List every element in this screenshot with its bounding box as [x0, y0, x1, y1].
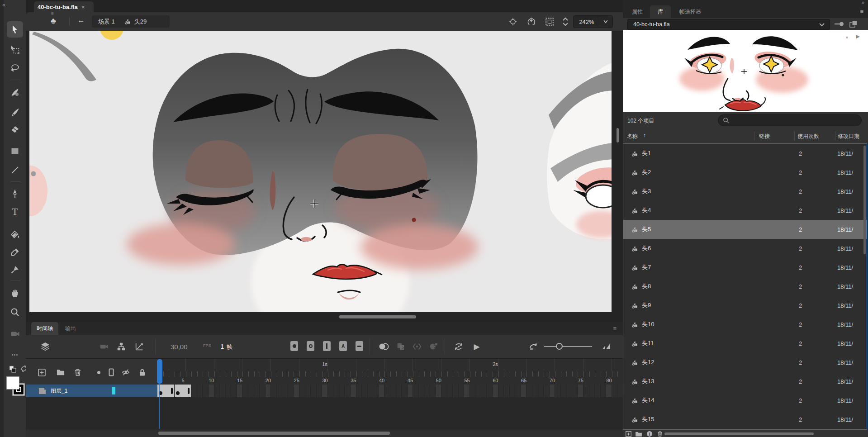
- zoom-level-control[interactable]: 242%: [573, 15, 613, 28]
- canvas-horizontal-scrollbar[interactable]: [339, 315, 416, 318]
- center-stage-icon[interactable]: [506, 15, 520, 28]
- edit-toolbar-button[interactable]: •••: [7, 347, 23, 363]
- hide-layers-toggle[interactable]: [122, 368, 130, 376]
- item-properties-button[interactable]: i: [646, 431, 653, 437]
- delete-layer-button[interactable]: [74, 368, 82, 376]
- fluid-brush-tool[interactable]: [7, 84, 23, 100]
- column-modified[interactable]: 修改日期: [838, 133, 859, 140]
- resize-timeline-view-icon[interactable]: [600, 340, 614, 353]
- column-use-count[interactable]: 使用次数: [797, 133, 819, 140]
- graph-editor-icon[interactable]: [133, 340, 146, 353]
- lock-layers-toggle[interactable]: [138, 368, 146, 376]
- clip-content-icon[interactable]: [543, 15, 556, 28]
- timeline-ruler[interactable]: 1s 2s 5 10 15 20 25 30 35 40 45 50 55 60…: [157, 358, 623, 385]
- auto-keyframe-button[interactable]: A: [339, 341, 347, 351]
- free-transform-tool[interactable]: [7, 42, 23, 58]
- library-row[interactable]: 头13218/11/: [623, 372, 867, 391]
- layers-icon[interactable]: [38, 340, 52, 353]
- play-button[interactable]: ▶: [470, 340, 484, 353]
- library-row[interactable]: 头6218/11/: [623, 239, 867, 258]
- new-library-panel-icon[interactable]: [849, 20, 858, 28]
- onion-skin-button[interactable]: [377, 340, 390, 353]
- rectangle-tool[interactable]: [7, 143, 23, 159]
- playhead-marker[interactable]: [157, 359, 162, 384]
- library-document-select[interactable]: 40-bc-tu-ba.fla: [627, 19, 830, 30]
- classic-brush-tool[interactable]: [7, 104, 23, 120]
- column-linkage[interactable]: 链接: [759, 133, 770, 140]
- timeline-panel-menu-icon[interactable]: ≡: [613, 325, 617, 332]
- tab-properties[interactable]: 属性: [626, 5, 649, 18]
- selection-tool[interactable]: [7, 21, 23, 38]
- paste-frames-icon[interactable]: [394, 340, 408, 353]
- layer-parenting-icon[interactable]: [114, 340, 128, 353]
- insert-frame-button[interactable]: [323, 341, 331, 351]
- library-row[interactable]: 头14218/11/: [623, 391, 867, 410]
- scene-clubs-icon[interactable]: ♣: [51, 16, 56, 26]
- canvas-vertical-scrollbar[interactable]: [617, 128, 619, 142]
- library-row[interactable]: 头12218/11/: [623, 353, 867, 372]
- back-arrow-icon[interactable]: ←: [77, 16, 85, 25]
- library-row[interactable]: 头8218/11/: [623, 277, 867, 296]
- breadcrumb-scene[interactable]: 场景 1: [98, 18, 115, 26]
- library-row-selected[interactable]: 头5218/11/: [623, 220, 867, 239]
- library-panel-menu-icon[interactable]: ≡: [860, 8, 863, 15]
- current-frame-value[interactable]: 1: [220, 342, 224, 350]
- layer-color-chip[interactable]: [112, 387, 115, 394]
- layer-name[interactable]: 图层_1: [51, 387, 67, 395]
- layer-row[interactable]: 图层_1: [26, 385, 157, 397]
- fps-value[interactable]: 30,00: [171, 343, 188, 351]
- timeline-horizontal-scrollbar[interactable]: [158, 432, 390, 435]
- remove-frame-button[interactable]: [356, 341, 363, 351]
- column-name[interactable]: 名称: [627, 133, 638, 140]
- keyframe-span[interactable]: [175, 385, 192, 397]
- library-row[interactable]: 头3218/11/: [623, 182, 867, 201]
- asset-warp-tool[interactable]: [7, 261, 23, 278]
- fill-color-swatch[interactable]: [6, 376, 19, 390]
- timeline-zoom-slider[interactable]: [544, 346, 592, 347]
- loop-playback-button[interactable]: [452, 340, 465, 353]
- chevron-down-icon[interactable]: [600, 19, 611, 24]
- preview-stop-icon[interactable]: ■: [846, 35, 848, 39]
- tab-timeline[interactable]: 时间轴: [31, 322, 58, 335]
- insert-keyframe-button[interactable]: [290, 341, 298, 351]
- preview-play-icon[interactable]: ▶: [856, 33, 860, 39]
- expand-panel-button[interactable]: »: [862, 0, 864, 5]
- line-tool[interactable]: [7, 162, 23, 178]
- delete-item-button[interactable]: [657, 431, 663, 437]
- library-row[interactable]: 头1218/11/: [623, 144, 867, 163]
- paint-bucket-tool[interactable]: [7, 226, 23, 242]
- library-row[interactable]: 头10218/11/: [623, 315, 867, 334]
- new-layer-button[interactable]: [38, 368, 46, 376]
- stage-canvas[interactable]: [29, 31, 612, 312]
- camera-icon[interactable]: [97, 340, 111, 353]
- modify-keyframes-icon[interactable]: [427, 340, 440, 353]
- new-folder-button[interactable]: [57, 368, 65, 376]
- close-tab-icon[interactable]: ×: [81, 4, 85, 10]
- outline-layers-toggle[interactable]: [107, 368, 115, 376]
- pen-tool[interactable]: [7, 185, 23, 202]
- lasso-tool[interactable]: [7, 60, 23, 76]
- eyedropper-tool[interactable]: [7, 244, 23, 261]
- tab-frame-picker[interactable]: 帧选择器: [672, 5, 709, 18]
- zoom-stepper[interactable]: [561, 16, 569, 28]
- pin-library-icon[interactable]: [834, 20, 844, 28]
- rotate-stage-icon[interactable]: [524, 15, 538, 28]
- library-row[interactable]: 头7218/11/: [623, 258, 867, 277]
- new-symbol-button[interactable]: [626, 431, 631, 437]
- library-row[interactable]: 头4218/11/: [623, 201, 867, 220]
- tab-list-menu-icon[interactable]: ≡: [51, 11, 54, 16]
- search-input[interactable]: [730, 117, 849, 124]
- library-row[interactable]: 头2218/11/: [623, 163, 867, 182]
- hand-tool[interactable]: [7, 285, 23, 301]
- library-horizontal-scrollbar[interactable]: [664, 432, 814, 435]
- library-row[interactable]: 头11218/11/: [623, 334, 867, 353]
- edit-multiple-frames-icon[interactable]: [410, 340, 424, 353]
- eraser-tool[interactable]: [7, 121, 23, 138]
- default-colors-icon[interactable]: [9, 366, 18, 374]
- library-row[interactable]: 头9218/11/: [623, 296, 867, 315]
- layer-frame-track[interactable]: [157, 385, 623, 397]
- camera-tool[interactable]: [7, 326, 23, 342]
- reset-timeline-zoom-icon[interactable]: [527, 340, 541, 353]
- tab-output[interactable]: 输出: [59, 322, 82, 335]
- library-search[interactable]: [718, 114, 862, 126]
